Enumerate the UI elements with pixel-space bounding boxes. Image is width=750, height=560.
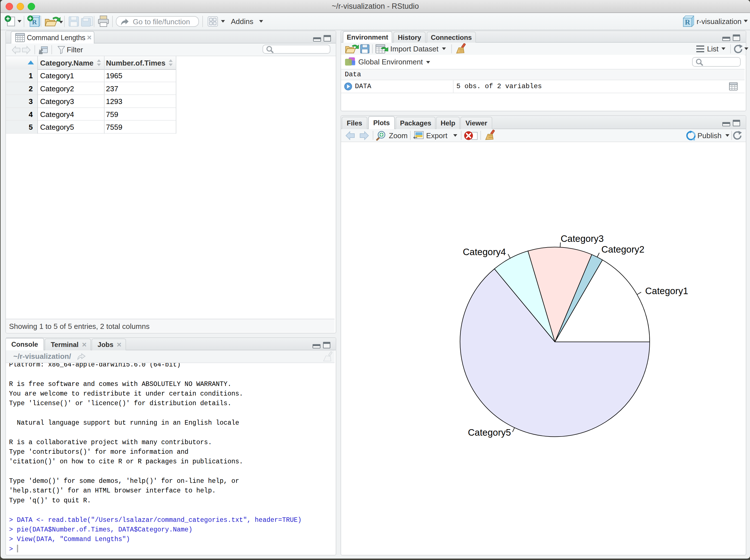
svg-text:R: R xyxy=(685,18,690,26)
svg-text:Category5: Category5 xyxy=(468,427,511,438)
svg-text:Category3: Category3 xyxy=(561,233,604,244)
svg-text:Category2: Category2 xyxy=(601,244,644,255)
svg-text:Category1: Category1 xyxy=(645,286,688,296)
svg-text:Category4: Category4 xyxy=(463,247,506,257)
